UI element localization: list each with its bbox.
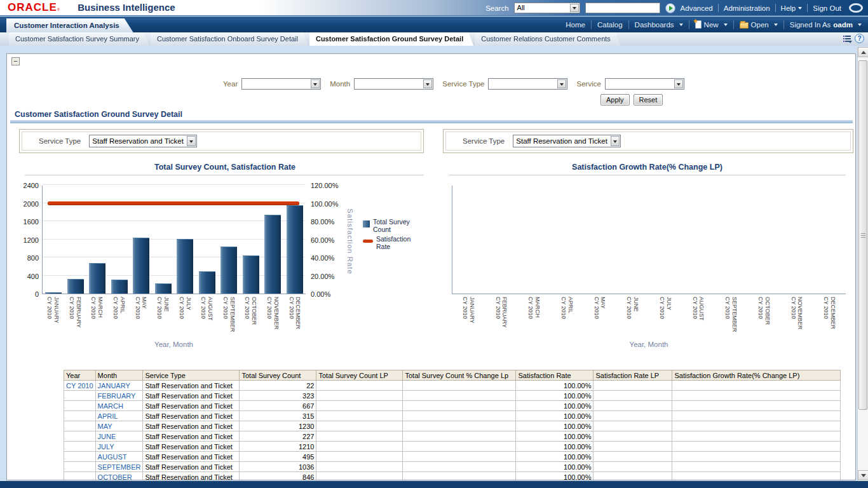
bar-september[interactable] xyxy=(220,247,237,294)
drill-link[interactable]: SEPTEMBER xyxy=(95,462,143,472)
drill-link[interactable]: OCTOBER xyxy=(95,472,143,481)
y2-tick: 100.00% xyxy=(311,200,344,208)
x-label-january: CY 2010JANUARY xyxy=(42,297,64,348)
drill-link[interactable]: JUNE xyxy=(95,431,143,442)
subtab-customer-satisfaction-ground-survey-detail[interactable]: Customer Satisfaction Ground Survey Deta… xyxy=(309,32,473,46)
arrow-up-icon xyxy=(861,51,866,54)
line-swatch-icon xyxy=(363,240,373,243)
bar-slot xyxy=(196,271,219,294)
x-label-september: CY 2010SEPTEMBER xyxy=(218,297,240,348)
table-row: JUNEStaff Reservation and Ticket227100.0… xyxy=(64,431,841,442)
drill-link[interactable]: AUGUST xyxy=(95,452,143,462)
drill-link[interactable]: APRIL xyxy=(95,411,143,421)
bar-november[interactable] xyxy=(264,215,281,294)
arrow-down-icon xyxy=(861,474,866,477)
drill-link[interactable]: MAY xyxy=(95,421,143,431)
x-label-november: CY 2010NOVEMBER xyxy=(780,297,813,348)
drill-link[interactable]: JULY xyxy=(95,442,143,452)
product-title: Business Intelligence xyxy=(78,2,175,13)
vertical-scrollbar[interactable] xyxy=(857,47,868,481)
search-input[interactable] xyxy=(585,3,660,13)
column-header-service-type[interactable]: Service Type xyxy=(143,370,240,381)
dropdown-button[interactable] xyxy=(611,136,620,146)
dashboard-tab-customer-interaction-analysis[interactable]: Customer Interaction Analysis xyxy=(6,18,133,32)
nav-home[interactable]: Home xyxy=(566,21,585,29)
nav-new[interactable]: New xyxy=(695,20,728,29)
bar-april[interactable] xyxy=(111,280,128,294)
page-options-icon[interactable] xyxy=(843,35,851,43)
column-header-year[interactable]: Year xyxy=(64,370,96,381)
search-go-button[interactable] xyxy=(665,3,675,13)
nav-dashboards[interactable]: Dashboards xyxy=(635,21,683,29)
x-label-may: CY 2010MAY xyxy=(130,297,152,348)
bar-may[interactable] xyxy=(133,238,149,294)
scroll-up-button[interactable] xyxy=(858,47,868,57)
bar-slot xyxy=(153,283,175,294)
scroll-down-button[interactable] xyxy=(858,470,868,480)
sign-out-link[interactable]: Sign Out xyxy=(813,4,841,12)
nav-open[interactable]: Open xyxy=(740,20,778,29)
global-header: ORACLE® Business Intelligence Search All… xyxy=(0,0,868,16)
column-header-total-survey-count-change-lp[interactable]: Total Survey Count % Change Lp xyxy=(403,370,516,381)
reset-button[interactable]: Reset xyxy=(634,94,663,105)
scrollbar-thumb[interactable] xyxy=(858,60,867,410)
bar-slot xyxy=(86,263,109,294)
dropdown-button[interactable] xyxy=(557,79,566,88)
column-header-satisfaction-rate[interactable]: Satisfaction Rate xyxy=(516,370,593,381)
divider xyxy=(591,20,592,29)
service-type-select-right[interactable]: Staff Reservation and Ticket xyxy=(513,135,621,147)
dropdown-button[interactable] xyxy=(311,79,320,88)
search-scope-select[interactable]: All xyxy=(514,3,580,13)
help-menu[interactable]: Help xyxy=(781,4,803,12)
administration-link[interactable]: Administration xyxy=(724,4,770,12)
column-header-month[interactable]: Month xyxy=(95,370,143,381)
bar-january[interactable] xyxy=(45,292,62,294)
service-type-select-left[interactable]: Staff Reservation and Ticket xyxy=(89,135,197,147)
table-row: OCTOBERStaff Reservation and Ticket84610… xyxy=(64,472,841,481)
table-row: CY 2010JANUARYStaff Reservation and Tick… xyxy=(64,381,841,391)
prompt-select-year[interactable] xyxy=(241,78,321,90)
y-tick: 400 xyxy=(15,273,39,280)
column-header-total-survey-count[interactable]: Total Survey Count xyxy=(240,370,316,381)
column-header-satisfaction-rate-lp[interactable]: Satisfaction Rate LP xyxy=(593,370,672,381)
drill-link[interactable]: FEBRUARY xyxy=(95,391,143,401)
y-tick: 1600 xyxy=(15,218,39,226)
bar-february[interactable] xyxy=(67,279,84,294)
prompt-select-service[interactable] xyxy=(605,78,684,90)
dropdown-button[interactable] xyxy=(423,79,432,88)
drill-link[interactable]: CY 2010 xyxy=(64,381,96,391)
drill-link[interactable]: MARCH xyxy=(95,401,143,411)
column-header-total-survey-count-lp[interactable]: Total Survey Count LP xyxy=(316,370,403,381)
y2-tick: 40.00% xyxy=(311,254,344,262)
bar-december[interactable] xyxy=(287,205,303,294)
prompt-select-month[interactable] xyxy=(354,78,433,90)
advanced-link[interactable]: Advanced xyxy=(681,4,713,12)
collapse-section-button[interactable]: − xyxy=(11,57,20,65)
line-series-satisfaction-rate[interactable] xyxy=(48,201,299,205)
help-icon[interactable]: ? xyxy=(855,34,864,43)
apply-button[interactable]: Apply xyxy=(600,94,630,105)
table-row: JULYStaff Reservation and Ticket1210100.… xyxy=(64,442,841,452)
nav-catalog[interactable]: Catalog xyxy=(597,21,623,29)
left-chart-legend: Total Survey Count Satisfaction Rate xyxy=(363,218,422,250)
chevron-down-icon xyxy=(724,24,728,26)
column-header-satisfaction-growth-rate-change-lp[interactable]: Satisfaction Growth Rate(% Change LP) xyxy=(672,370,841,381)
subtab-customer-satisfaction-onboard-survey-detail[interactable]: Customer Satisfaction Onboard Survey Det… xyxy=(151,32,308,46)
subtab-customer-satisfaction-survey-summary[interactable]: Customer Satisfaction Survey Summary xyxy=(9,32,149,46)
x-label-november: CY 2010NOVEMBER xyxy=(262,297,284,348)
subtab-customer-relations-customer-comments[interactable]: Customer Relations Customer Comments xyxy=(475,32,621,46)
dropdown-button[interactable] xyxy=(187,136,196,146)
drill-link[interactable]: JANUARY xyxy=(95,381,143,391)
bar-slot xyxy=(240,255,262,294)
signed-in-menu[interactable]: Signed In Asoadm xyxy=(790,21,862,29)
section-title: Customer Satisfaction Ground Survey Deta… xyxy=(15,110,182,119)
bar-august[interactable] xyxy=(199,271,215,294)
bar-october[interactable] xyxy=(243,255,259,294)
bar-july[interactable] xyxy=(177,239,193,294)
search-scope-dropdown-button[interactable] xyxy=(570,4,579,12)
dropdown-button[interactable] xyxy=(674,79,683,88)
prompt-select-service-type[interactable] xyxy=(488,78,567,90)
bar-march[interactable] xyxy=(89,263,105,294)
service-type-panel-left: Service Type Staff Reservation and Ticke… xyxy=(19,129,424,153)
bar-june[interactable] xyxy=(155,283,172,294)
